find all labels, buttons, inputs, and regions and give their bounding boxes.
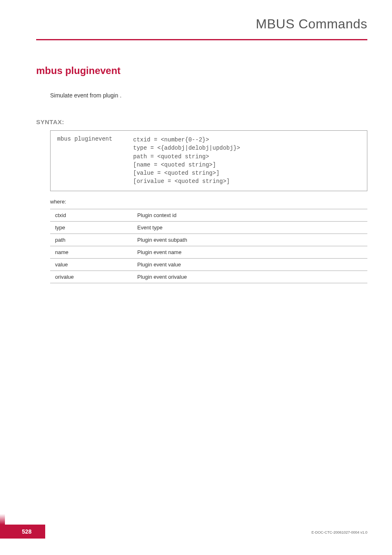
syntax-command: mbus pluginevent	[57, 136, 133, 186]
param-name: type	[50, 221, 132, 234]
where-label: where:	[50, 199, 367, 205]
param-desc: Plugin event subpath	[132, 234, 367, 246]
param-desc: Plugin event orivalue	[132, 271, 367, 283]
param-name: orivalue	[50, 271, 132, 283]
table-row: orivaluePlugin event orivalue	[50, 271, 367, 283]
page-number: 528	[22, 528, 31, 535]
param-desc: Plugin event value	[132, 258, 367, 271]
page-header-title: MBUS Commands	[36, 16, 367, 39]
command-description: Simulate event from plugin .	[50, 92, 367, 99]
syntax-label: SYNTAX:	[36, 118, 367, 125]
param-name: name	[50, 246, 132, 258]
document-code: E-DOC-CTC-20061027-0004 v1.0	[311, 530, 367, 534]
header-rule	[36, 39, 367, 40]
command-title: mbus pluginevent	[36, 65, 367, 76]
param-desc: Plugin event name	[132, 246, 367, 258]
table-row: typeEvent type	[50, 221, 367, 234]
param-name: ctxid	[50, 209, 132, 221]
table-row: pathPlugin event subpath	[50, 234, 367, 246]
where-table: ctxidPlugin context idtypeEvent typepath…	[50, 209, 367, 283]
syntax-args: ctxid = <number{0--2}> type = <{addobj|d…	[133, 136, 240, 186]
table-row: valuePlugin event value	[50, 258, 367, 271]
param-desc: Event type	[132, 221, 367, 234]
param-name: path	[50, 234, 132, 246]
param-name: value	[50, 258, 132, 271]
table-row: namePlugin event name	[50, 246, 367, 258]
syntax-box: mbus pluginevent ctxid = <number{0--2}> …	[50, 130, 367, 191]
param-desc: Plugin context id	[132, 209, 367, 221]
table-row: ctxidPlugin context id	[50, 209, 367, 221]
page-number-tab: 528	[0, 525, 45, 539]
